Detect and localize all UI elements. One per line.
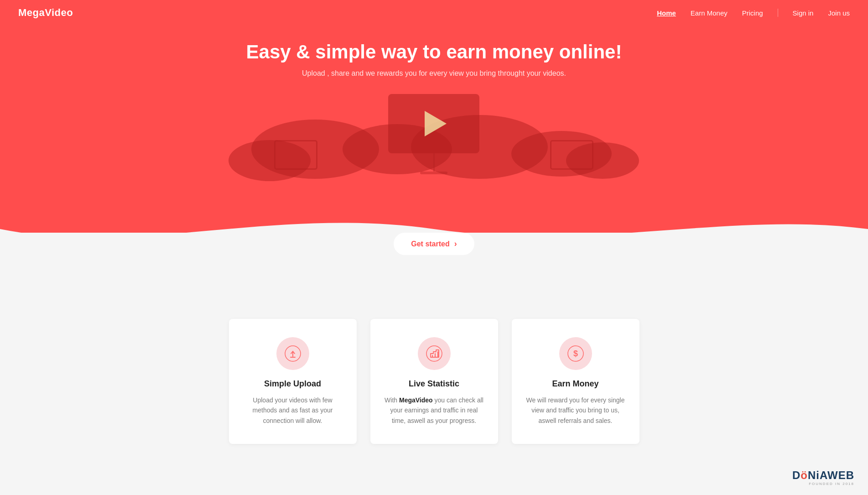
- chevron-icon: ›: [454, 239, 457, 249]
- nav-link-home[interactable]: Home: [657, 9, 676, 17]
- video-player[interactable]: [388, 94, 479, 153]
- video-player-wrapper[interactable]: [388, 94, 479, 153]
- footer-brand: DöNiAWEB: [792, 469, 854, 471]
- get-started-button[interactable]: Get started ›: [394, 233, 474, 255]
- nav-logo[interactable]: MegaVideo: [18, 7, 73, 19]
- feature-title-upload: Simple Upload: [264, 379, 321, 389]
- navbar: MegaVideo Home Earn Money Pricing Sign i…: [0, 0, 868, 26]
- feature-desc-earn: We will reward you for every single view…: [525, 395, 626, 426]
- nav-signin[interactable]: Sign in: [793, 9, 814, 17]
- play-icon[interactable]: [425, 111, 447, 136]
- feature-card-upload: Simple Upload Upload your videos with fe…: [229, 319, 357, 444]
- svg-text:$: $: [573, 349, 577, 358]
- feature-card-statistic: Live Statistic With MegaVideo you can ch…: [370, 319, 498, 444]
- feature-desc-upload: Upload your videos with few methods and …: [243, 395, 343, 426]
- footer-brand-text: DöNiAWEB: [792, 469, 854, 471]
- get-started-label: Get started: [411, 240, 449, 248]
- svg-point-1: [426, 346, 442, 361]
- nav-joinus[interactable]: Join us: [828, 9, 850, 17]
- feature-card-earn: $ Earn Money We will reward you for ever…: [512, 319, 639, 444]
- hero-section: Easy & simple way to earn money online! …: [0, 0, 868, 246]
- hero-title: Easy & simple way to earn money online!: [246, 41, 622, 63]
- upload-icon-circle: [276, 337, 309, 370]
- feature-title-statistic: Live Statistic: [409, 379, 459, 389]
- nav-divider: [778, 9, 778, 17]
- footer-logo: DöNiAWEB FOUNDED IN 2018: [792, 469, 854, 471]
- upload-icon: [285, 345, 301, 362]
- feature-title-earn: Earn Money: [552, 379, 598, 389]
- features-section: Simple Upload Upload your videos with fe…: [0, 282, 868, 471]
- cloud-6: [566, 142, 639, 179]
- chart-icon-circle: [418, 337, 451, 370]
- chart-icon: [426, 345, 442, 362]
- dollar-icon-circle: $: [559, 337, 592, 370]
- nav-link-pricing[interactable]: Pricing: [742, 9, 763, 17]
- nav-link-earn-money[interactable]: Earn Money: [691, 9, 728, 17]
- dollar-icon: $: [567, 345, 584, 362]
- hero-subtitle: Upload , share and we rewards you for ev…: [302, 69, 566, 78]
- nav-links: Home Earn Money Pricing Sign in Join us: [657, 9, 850, 17]
- feature-desc-statistic: With MegaVideo you can check all your ea…: [384, 395, 484, 426]
